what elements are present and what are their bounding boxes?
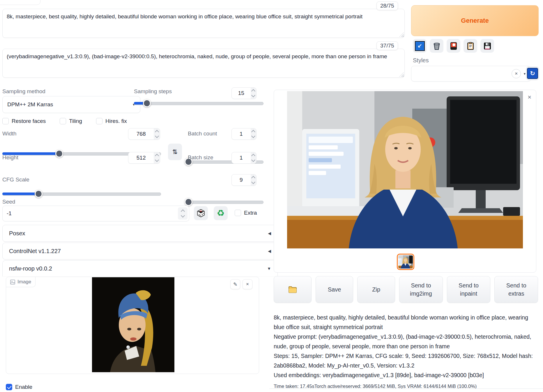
swap-width-height-button[interactable]: ⇅ [168,144,182,160]
generated-image[interactable] [287,91,523,248]
zip-button[interactable]: Zip [357,276,395,303]
reuse-seed-button[interactable]: ♻ [214,206,228,220]
slider-handle[interactable] [143,99,151,107]
stepper-arrows[interactable] [251,128,256,140]
image-tab[interactable]: Image [6,277,36,287]
checkbox-box[interactable] [2,118,9,124]
batch-size-slider[interactable] [188,198,263,206]
tiling-checkbox[interactable]: Tiling [60,118,82,124]
negative-prompt-container: (verybadimagenegative_v1.3:0.9), (bad-im… [2,49,405,78]
prompt-container: 8k, masterpiece, best quality, highly de… [2,9,405,38]
stepper-arrows[interactable] [154,128,160,140]
roop-enable-label: Enable [15,384,32,390]
card-image-icon [450,42,458,50]
save-button[interactable]: Save [316,276,353,303]
slider-handle[interactable] [55,150,63,158]
styles-clear-icon[interactable]: × [512,69,521,78]
height-slider[interactable] [2,190,161,198]
roop-source-image[interactable] [92,277,174,372]
show-extra-networks-button[interactable] [447,39,460,53]
accordion-posex[interactable]: Posex ◀ [2,225,278,242]
styles-label: Styles [413,57,429,64]
styles-dropdown[interactable]: × ▼ [411,66,531,82]
gallery-thumbnail-selected[interactable] [397,254,414,270]
restore-faces-label: Restore faces [12,118,46,124]
cfg-scale-value[interactable] [232,174,251,186]
clear-image-button[interactable]: × [243,279,252,289]
save-style-button[interactable] [480,39,494,53]
feature-toggles-row: Restore faces Tiling Hires. fix [2,118,127,124]
slider-handle[interactable] [35,190,43,198]
width-value[interactable] [128,128,154,140]
edit-image-button[interactable]: ✎ [230,279,240,289]
dice-icon [197,209,205,218]
hires-fix-checkbox[interactable]: Hires. fix [96,118,127,124]
refresh-styles-button[interactable]: ↻ [526,66,539,80]
stepper-arrows[interactable] [251,88,256,99]
tiling-label: Tiling [69,118,82,124]
seed-number[interactable] [2,206,189,221]
random-seed-button[interactable] [194,206,208,220]
stepper-arrows[interactable] [251,174,256,186]
bottom-divider [269,389,543,389]
recycle-icon: ♻ [217,209,225,218]
negative-prompt-input[interactable]: (verybadimagenegative_v1.3:0.9), (bad-im… [2,49,405,78]
width-label: Width [2,130,17,137]
sampling-steps-number[interactable] [231,87,257,99]
restore-faces-checkbox[interactable]: Restore faces [2,118,46,124]
sampling-method-dropdown[interactable]: DPM++ 2M Karras ▼ [2,96,140,113]
send-to-inpaint-button[interactable]: Send to inpaint [447,276,491,303]
info-prompt: 8k, masterpiece, best quality, highly de… [274,313,539,332]
clear-prompt-button[interactable] [430,39,443,53]
save-button-label: Save [328,285,341,294]
sampling-steps-value[interactable] [232,88,251,99]
cfg-scale-number[interactable] [231,174,257,186]
accordion-posex-label: Posex [9,230,25,237]
accordion-controlnet-label: ControlNet v1.1.227 [9,248,61,255]
sampling-method-label: Sampling method [2,88,45,95]
arrow-down-left-icon: ↙ [415,41,425,51]
send-to-extras-label: Send to extras [498,281,535,298]
accordion-roop[interactable]: nsfw-roop v0.0.2 ▼ [2,260,278,276]
sampling-steps-slider[interactable] [134,99,263,107]
prompt-token-counter: 28/75 [376,1,398,10]
batch-size-number[interactable] [231,152,257,164]
checkbox-box-checked[interactable] [6,384,12,390]
sampling-method-value: DPM++ 2M Karras [7,101,53,108]
height-value[interactable] [128,152,154,163]
apply-style-button[interactable] [464,39,477,53]
close-gallery-icon[interactable]: × [528,94,531,100]
image-tools: ✎ × [230,279,252,289]
info-parameters: Steps: 15, Sampler: DPM++ 2M Karras, CFG… [274,351,539,370]
batch-count-value[interactable] [232,128,251,140]
trash-icon [433,42,441,50]
info-embeddings: Used embeddings: verybadimagenegative_v1… [274,370,539,380]
extra-seed-checkbox[interactable]: Extra [235,210,257,216]
info-negative-prompt: Negative prompt: (verybadimagenegative_v… [274,332,539,351]
checkbox-box[interactable] [235,210,241,216]
open-folder-button[interactable] [274,276,312,303]
slider-handle[interactable] [185,198,192,206]
close-icon: × [246,281,249,287]
width-number[interactable] [128,128,160,140]
roop-image-dropzone[interactable]: Image ✎ × [6,277,259,374]
checkbox-box[interactable] [96,118,102,124]
stepper-arrows[interactable] [178,207,188,220]
send-to-extras-button[interactable]: Send to extras [494,276,538,303]
stepper-arrows[interactable] [154,152,160,163]
checkbox-box[interactable] [60,118,66,124]
accordion-controlnet[interactable]: ControlNet v1.1.227 ◀ [2,243,278,259]
paste-generation-params-button[interactable]: ↙ [413,39,427,53]
refresh-icon: ↻ [527,68,538,79]
prompt-input[interactable]: 8k, masterpiece, best quality, highly de… [2,9,405,38]
batch-count-number[interactable] [231,128,257,140]
batch-size-label: Batch size [188,154,213,161]
pencil-icon: ✎ [233,281,237,287]
stepper-arrows[interactable] [251,152,256,163]
height-number[interactable] [128,152,160,164]
send-to-img2img-button[interactable]: Send to img2img [399,276,443,303]
generate-button[interactable]: Generate [411,5,539,36]
roop-enable-checkbox[interactable]: Enable [6,384,32,390]
seed-value[interactable] [3,206,176,221]
batch-size-value[interactable] [232,152,251,163]
